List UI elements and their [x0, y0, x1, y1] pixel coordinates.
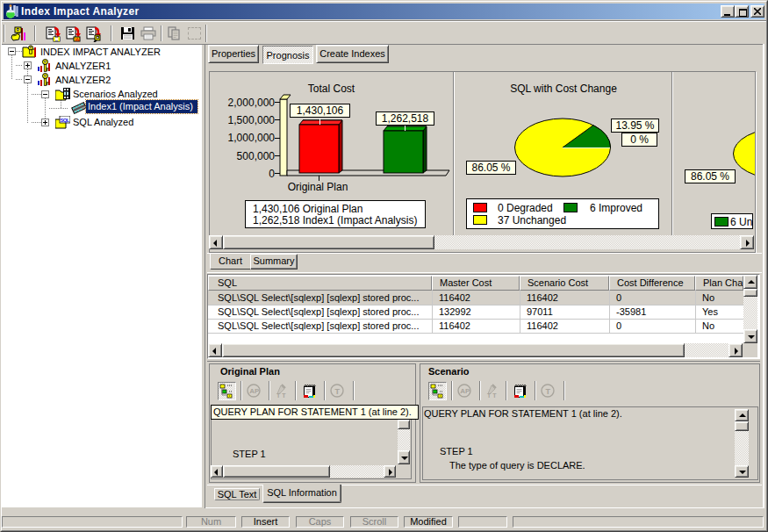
- svg-text:SQL: SQL: [61, 118, 70, 123]
- svg-text:W: W: [75, 37, 80, 42]
